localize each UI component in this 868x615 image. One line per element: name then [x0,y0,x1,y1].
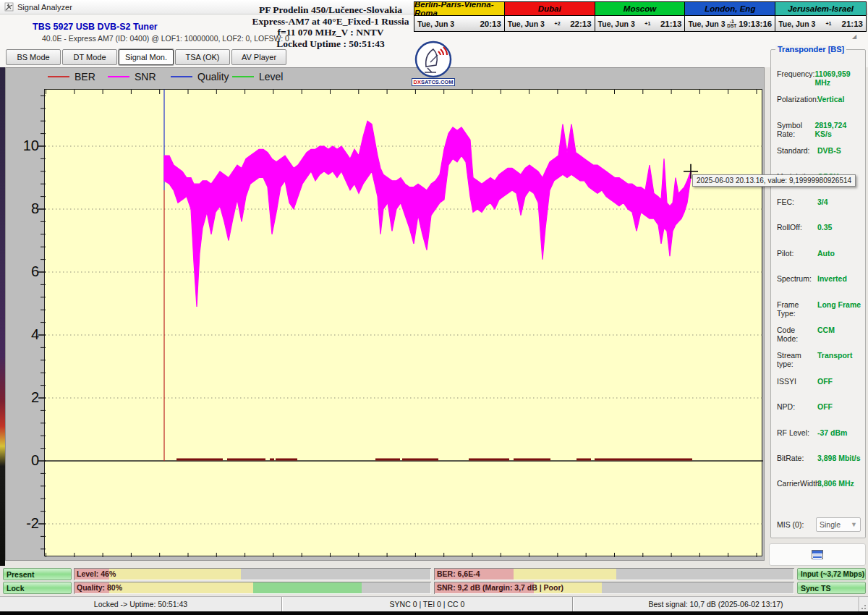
field-label: Stream type: [777,351,817,368]
clock-offset: -1DST [726,20,739,28]
field-label: Frequency: [777,69,815,87]
clock-body: Tue, Jun 3+222:13 [505,16,595,31]
signal-analyzer-window: Signal Analyzer TBS 5927 USB DVB-S2 Tune… [0,0,868,615]
clock-dubai: DubaiTue, Jun 3+222:13 [505,2,595,31]
ber-gauge: BER: 6,6E-4 [434,568,794,580]
field-value: 0.35 [817,223,832,232]
field-value: Auto [817,249,835,258]
field-label: RF Level: [777,428,817,437]
field-value: DVB-S [817,146,841,155]
clock-resize-grip[interactable]: ◢ [852,33,856,40]
transponder-row-code-mode-: Code Mode:CCM [777,326,862,343]
resize-grip[interactable] [859,597,868,611]
field-value: Transport [817,351,852,368]
level-gauge: Level: 46% [74,568,431,580]
tab-signal-mon-[interactable]: Signal Mon. [119,49,174,65]
field-label: ISSYI [777,377,817,386]
field-value: Inverted [817,274,847,283]
transponder-row-standard-: Standard:DVB-S [777,146,862,155]
field-label: Frame Type: [777,300,817,318]
chevron-down-icon: ▼ [851,521,857,528]
gauge-segment [362,582,430,593]
clock-city: Berlin-Paris-Vienna-Roma [414,2,504,16]
clock-city: London, Eng [685,2,775,16]
ber-line-swatch [48,76,69,77]
transponder-row-symbol-rate-: Symbol Rate:2819,724 KS/s [777,121,862,138]
legend-item-snr: SNR [108,71,156,82]
header-line-1: Express-AM7 at 40°E_Fixed-1 Russia [244,16,417,27]
tab-bs-mode[interactable]: BS Mode [6,49,61,65]
tab-tsa-ok-[interactable]: TSA (OK) [175,49,230,65]
transponder-row-pilot-: Pilot:Auto [777,249,862,258]
field-value: 11069,959 MHz [815,69,862,87]
gauge-segment [616,569,793,580]
y-tick-label-8: 8 [9,200,39,216]
y-tick-label--2: -2 [9,515,39,531]
field-value: 3,898 Mbit/s [817,454,861,462]
field-label: CarrierWidth: [777,479,817,488]
field-value: Vertical [817,95,844,103]
gauge-segment [241,569,430,580]
gauge-segment [602,582,793,593]
gauge-segment [253,582,362,593]
header-line-3: Locked Uptime : 50:51:43 [244,38,417,50]
legend-label: SNR [135,71,156,82]
clock-body: Tue, Jun 320:13 [414,16,504,31]
legend-label: Level [259,71,283,82]
sync-ts-indicator: Sync TS [797,582,866,594]
transponder-row-npd-: NPD:OFF [777,402,862,411]
clock-time: 21:13 [660,20,681,28]
transponder-row-spectrum-: Spectrum:Inverted [777,274,862,283]
header-line-2: f=11 070 MHz_V : NNTV [244,27,417,38]
signal-plot[interactable] [44,89,762,556]
mis-dropdown[interactable]: Single ▼ [816,517,861,532]
input-indicator: Input (~3,72 Mbps) [797,568,866,580]
app-icon [4,2,14,12]
bottom-edge [0,611,868,615]
mis-value: Single [820,520,841,529]
legend-item-level: Level [232,71,283,82]
level-line-swatch [232,76,254,77]
field-label: Symbol Rate: [777,121,814,138]
tab-dt-mode[interactable]: DT Mode [62,49,117,65]
snr-line-swatch [108,76,129,77]
header-line-0: PF Prodelin 450/Lučenec-Slovakia [244,4,417,16]
transponder-row-frequency-: Frequency:11069,959 MHz [777,69,862,87]
clock-date: Tue, Jun 3 [688,20,725,28]
window-title: Signal Analyzer [17,3,72,12]
transponder-row-rf-level-: RF Level:-37 dBm [777,428,862,437]
present-indicator: Present [3,568,72,580]
panel-toolbox [769,543,866,566]
logo-caption: DXSATCS.COM [412,78,455,86]
legend-label: Quality [197,71,229,82]
field-label: FEC: [777,198,817,206]
tab-av-player[interactable]: AV Player [231,49,286,65]
gauge-text: Level: 46% [77,568,116,580]
field-label: Standard: [777,146,817,155]
field-label: NPD: [777,402,817,411]
transponder-panel: Transponder [BS] Frequency:11069,959 MHz… [770,49,866,538]
legend-item-ber: BER [48,71,95,82]
gauge-text: BER: 6,6E-4 [437,568,480,580]
quality-gauge: Quality: 80% [74,582,431,594]
field-label: BitRate: [777,454,817,462]
gauge-segment [109,582,253,593]
clock-jerusalem-israel: Jerusalem-IsraelTue, Jun 3+121:13 [775,2,866,31]
snr-gauge: SNR: 9,2 dB (Margin: 3,7 dB | Poor) [434,582,794,594]
field-label: Spectrum: [777,274,817,283]
clock-time: 22:13 [570,20,591,28]
clock-body: Tue, Jun 3-1DST19:13:16 [685,16,775,31]
satellite-dish-icon [414,41,452,78]
gauge-segment [514,569,616,580]
site-header: PF Prodelin 450/Lučenec-SlovakiaExpress-… [244,4,417,49]
transponder-row-fec-: FEC:3/4 [777,198,862,206]
field-value: 3/4 [817,198,828,206]
clock-city: Moscow [595,2,685,16]
clock-time: 21:13 [842,20,863,28]
lock-indicator: Lock [3,582,72,594]
window-list-button[interactable] [808,547,827,563]
clock-offset: +1 [635,22,660,26]
field-label: Pilot: [777,249,817,258]
chart-region: BERSNRQualityLevel 1086420-2 [5,67,765,561]
chart-legend: BERSNRQualityLevel [6,68,764,87]
